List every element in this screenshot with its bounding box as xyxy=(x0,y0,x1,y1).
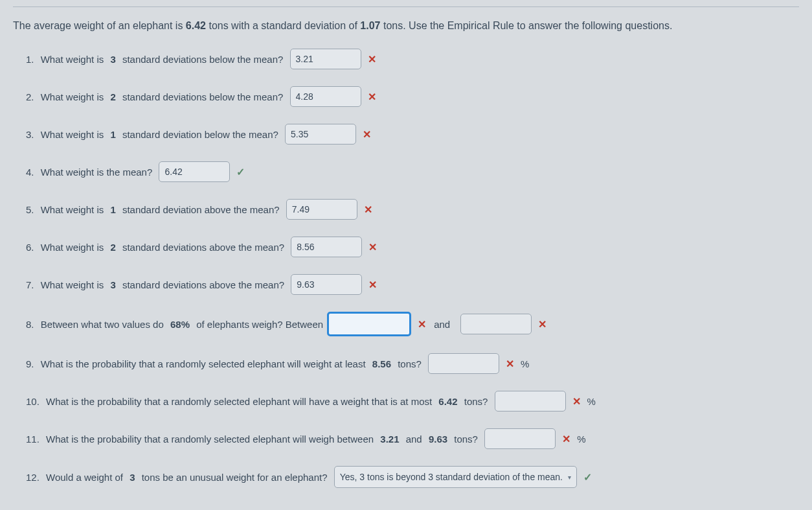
q10-num: 10. xyxy=(26,396,39,407)
percent-sign: % xyxy=(577,434,585,445)
q7-t1: What weight is xyxy=(38,279,107,290)
question-5: 5. What weight is 1 standard deviation a… xyxy=(26,199,799,220)
q9-input[interactable] xyxy=(428,353,499,374)
intro-text: The average weight of an elephant is 6.4… xyxy=(13,19,799,33)
percent-sign: % xyxy=(587,396,596,407)
incorrect-icon: ✕ xyxy=(368,91,376,103)
q3-input[interactable] xyxy=(285,124,356,145)
incorrect-icon: ✕ xyxy=(368,279,377,291)
q9-num: 9. xyxy=(26,358,34,369)
q8-t1: Between what two values do xyxy=(38,319,166,330)
q4-input[interactable] xyxy=(159,161,230,182)
q4-t1: What weight is the mean? xyxy=(38,167,155,178)
q3-b1: 1 xyxy=(110,129,115,140)
correct-icon: ✓ xyxy=(236,166,245,178)
q10-input[interactable] xyxy=(495,391,566,411)
chevron-down-icon: ▾ xyxy=(568,474,571,481)
question-2: 2. What weight is 2 standard deviations … xyxy=(26,86,799,107)
q7-input[interactable] xyxy=(291,274,362,295)
q1-t1: What weight is xyxy=(38,54,107,65)
question-3: 3. What weight is 1 standard deviation b… xyxy=(26,124,799,145)
question-4: 4. What weight is the mean? ✓ xyxy=(26,161,799,182)
q5-t1: What weight is xyxy=(38,204,107,215)
q4-num: 4. xyxy=(26,167,34,178)
intro-mid1: tons with a standard deviation of xyxy=(206,20,360,31)
q6-num: 6. xyxy=(26,242,34,253)
incorrect-icon: ✕ xyxy=(363,128,371,141)
q9-b1: 8.56 xyxy=(372,358,391,369)
incorrect-icon: ✕ xyxy=(368,53,376,65)
q8-and: and xyxy=(434,319,450,330)
question-10: 10. What is the probability that a rando… xyxy=(26,391,799,411)
q6-t2: standard deviations above the mean? xyxy=(120,242,288,253)
q12-select[interactable]: Yes, 3 tons is beyond 3 standard deviati… xyxy=(334,466,577,488)
incorrect-icon: ✕ xyxy=(562,433,570,445)
top-divider xyxy=(13,6,799,7)
q11-t2: and xyxy=(403,434,425,445)
q10-t1: What is the probability that a randomly … xyxy=(43,396,434,407)
q11-num: 11. xyxy=(26,434,39,445)
q7-num: 7. xyxy=(26,279,34,290)
q5-input[interactable] xyxy=(286,199,357,220)
q5-b1: 1 xyxy=(110,204,115,215)
q2-t2: standard deviations below the mean? xyxy=(120,91,286,102)
question-list: 1. What weight is 3 standard deviations … xyxy=(13,49,799,488)
q5-num: 5. xyxy=(26,204,34,215)
q6-t1: What weight is xyxy=(38,242,107,253)
q1-num: 1. xyxy=(26,54,34,65)
intro-suffix: tons. Use the Empirical Rule to answer t… xyxy=(381,20,673,31)
q3-t2: standard deviation below the mean? xyxy=(120,129,281,140)
q2-input[interactable] xyxy=(290,86,361,107)
q9-t2: tons? xyxy=(395,358,424,369)
incorrect-icon: ✕ xyxy=(418,318,426,330)
incorrect-icon: ✕ xyxy=(506,358,514,370)
correct-icon: ✓ xyxy=(583,471,592,483)
question-1: 1. What weight is 3 standard deviations … xyxy=(26,49,799,69)
incorrect-icon: ✕ xyxy=(538,318,547,330)
intro-mean: 6.42 xyxy=(186,20,206,31)
q3-num: 3. xyxy=(26,129,34,140)
question-11: 11. What is the probability that a rando… xyxy=(26,428,799,449)
question-7: 7. What weight is 3 standard deviations … xyxy=(26,274,799,295)
q11-b2: 9.63 xyxy=(429,434,447,445)
q12-num: 12. xyxy=(26,472,39,483)
q3-t1: What weight is xyxy=(38,129,107,140)
q7-b1: 3 xyxy=(110,279,115,290)
q12-t2: tons be an unusual weight for an elephan… xyxy=(139,472,330,483)
q2-num: 2. xyxy=(26,91,34,102)
q8-input-low[interactable] xyxy=(327,312,411,336)
q8-b1: 68% xyxy=(170,319,190,330)
q2-t1: What weight is xyxy=(38,91,107,102)
q2-b1: 2 xyxy=(110,91,115,102)
incorrect-icon: ✕ xyxy=(364,203,372,216)
q5-t2: standard deviation above the mean? xyxy=(120,204,282,215)
worksheet-container: The average weight of an elephant is 6.4… xyxy=(0,0,812,510)
q8-input-high[interactable] xyxy=(460,314,532,334)
q12-t1: Would a weight of xyxy=(43,472,126,483)
incorrect-icon: ✕ xyxy=(572,395,581,408)
q1-t2: standard deviations below the mean? xyxy=(120,54,286,65)
incorrect-icon: ✕ xyxy=(368,241,377,253)
q1-input[interactable] xyxy=(290,49,361,69)
q6-input[interactable] xyxy=(291,237,362,257)
q10-t2: tons? xyxy=(462,396,491,407)
q6-b1: 2 xyxy=(110,242,115,253)
q11-input[interactable] xyxy=(484,428,556,449)
q10-b1: 6.42 xyxy=(438,396,457,407)
question-9: 9. What is the probability that a random… xyxy=(26,353,799,374)
q1-b1: 3 xyxy=(110,54,115,65)
q12-select-value: Yes, 3 tons is beyond 3 standard deviati… xyxy=(340,472,563,482)
percent-sign: % xyxy=(521,358,529,369)
q8-num: 8. xyxy=(26,319,34,330)
q12-b1: 3 xyxy=(130,472,135,483)
question-12: 12. Would a weight of 3 tons be an unusu… xyxy=(26,466,799,488)
q9-t1: What is the probability that a randomly … xyxy=(38,358,368,369)
question-8: 8. Between what two values do 68% of ele… xyxy=(26,312,799,336)
q11-b1: 3.21 xyxy=(380,434,399,445)
intro-stddev: 1.07 xyxy=(360,20,380,31)
question-6: 6. What weight is 2 standard deviations … xyxy=(26,237,799,257)
intro-prefix: The average weight of an elephant is xyxy=(13,20,186,31)
q7-t2: standard deviations above the mean? xyxy=(120,279,288,290)
q11-t1: What is the probability that a randomly … xyxy=(43,434,376,445)
q11-t3: tons? xyxy=(451,434,480,445)
